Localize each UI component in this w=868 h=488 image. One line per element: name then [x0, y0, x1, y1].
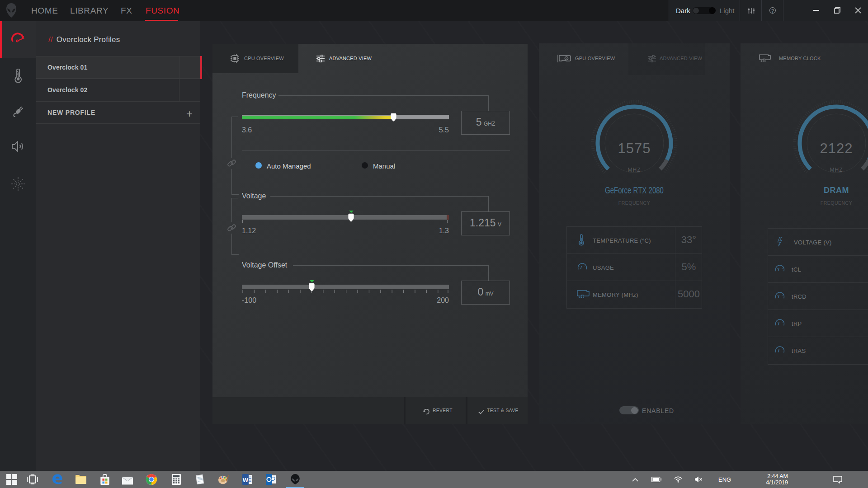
- svg-text:W: W: [243, 477, 249, 483]
